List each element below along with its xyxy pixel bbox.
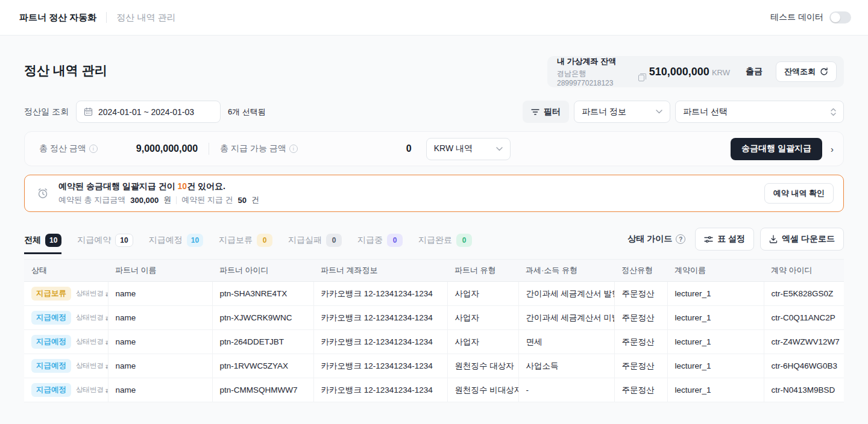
table-row[interactable]: 지급예정 상태변경⇄ name ptn-1RVWC5ZYAX 카카오뱅크 12-… <box>24 354 844 378</box>
tab-payment-held[interactable]: 지급보류 0 <box>219 234 272 254</box>
divider <box>106 12 107 23</box>
alert-title: 예약된 송금대행 일괄지급 건이 10건 있어요. <box>58 181 764 192</box>
breadcrumb[interactable]: 정산 내역 관리 <box>116 12 175 23</box>
column-header-partner-type: 파트너 유형 <box>447 260 518 282</box>
alarm-clock-icon <box>37 187 49 199</box>
download-icon <box>769 235 778 243</box>
alert-count: 10 <box>178 181 187 191</box>
selected-count: 6개 선택됨 <box>228 107 266 117</box>
test-data-toggle[interactable] <box>829 11 851 23</box>
alert-title-suffix: 건 있어요. <box>187 181 225 191</box>
filter-button-label: 필터 <box>544 107 561 117</box>
partner-name-cell: name <box>108 330 212 354</box>
currency-history-select-value: KRW 내역 <box>434 143 473 154</box>
partner-info-select[interactable]: 파트너 정보 <box>574 101 670 123</box>
swap-icon: ⇄ <box>105 338 108 346</box>
info-icon[interactable]: i <box>89 145 98 153</box>
status-tabs: 전체 10 지급예약 10 지급예정 10 지급보류 0 지급실패 0 지급중 … <box>24 234 472 254</box>
scheduled-amount-value: 300,000 <box>130 196 159 205</box>
tab-count-badge: 10 <box>115 234 133 247</box>
partner-id-cell: ptn-SHA3NRE4TX <box>212 282 313 306</box>
table-row[interactable]: 지급예정 상태변경⇄ name ptn-CMMSQHMWW7 카카오뱅크 12-… <box>24 378 844 402</box>
alert-subtext: 예약된 총 지급금액 300,000 원 예약된 지급 건 50 건 <box>58 195 764 205</box>
status-change-button[interactable]: 상태변경⇄ <box>76 289 108 298</box>
settle-type-cell: 주문정산 <box>614 282 667 306</box>
tab-label: 지급실패 <box>288 235 322 246</box>
reservation-alert-banner: 예약된 송금대행 일괄지급 건이 10건 있어요. 예약된 총 지급금액 300… <box>24 175 844 212</box>
partner-info-select-value: 파트너 정보 <box>582 107 626 117</box>
column-header-partner-name: 파트너 이름 <box>108 260 212 282</box>
virtual-account-balance-card: 내 가상계좌 잔액 경남은행 28999770218123 510,000,00… <box>547 56 844 87</box>
copy-icon[interactable] <box>638 75 644 81</box>
status-change-button[interactable]: 상태변경⇄ <box>76 361 108 370</box>
divider <box>176 196 177 204</box>
withdraw-button[interactable]: 출금 <box>746 66 763 77</box>
column-header-contract-name: 계약이름 <box>667 260 764 282</box>
chevron-right-icon[interactable]: › <box>831 144 834 154</box>
tab-all[interactable]: 전체 10 <box>24 234 61 254</box>
date-range-input[interactable]: 2024-01-01 ~ 2024-01-03 <box>76 101 221 123</box>
chevron-down-icon <box>656 110 662 114</box>
status-badge: 지급보류 <box>31 287 71 301</box>
status-change-button[interactable]: 상태변경⇄ <box>76 313 108 322</box>
tab-count-badge: 10 <box>45 234 61 247</box>
balance-amount-value: 510,000,000 <box>649 66 709 78</box>
total-payable-value: 0 <box>406 143 412 154</box>
table-row[interactable]: 지급예정 상태변경⇄ name ptn-XJWCRK9WNC 카카오뱅크 12-… <box>24 306 844 330</box>
table-settings-label: 표 설정 <box>717 234 745 245</box>
balance-currency: KRW <box>712 68 730 77</box>
status-change-button[interactable]: 상태변경⇄ <box>76 385 108 394</box>
column-header-account: 파트너 계좌정보 <box>313 260 447 282</box>
column-header-settle-type: 정산유형 <box>614 260 667 282</box>
filter-button[interactable]: 필터 <box>523 101 569 123</box>
status-change-button[interactable]: 상태변경⇄ <box>76 337 108 346</box>
contract-name-cell: lecturer_1 <box>667 330 764 354</box>
info-icon[interactable]: i <box>289 145 298 153</box>
total-settlement-label: 총 정산 금액 i <box>39 143 98 154</box>
scheduled-count-unit: 건 <box>251 195 259 205</box>
tax-type-cell: 사업소득 <box>518 354 614 378</box>
summary-bar: 총 정산 금액 i 9,000,000,000 총 지급 가능 금액 i 0 K… <box>24 131 844 166</box>
check-balance-button[interactable]: 잔액조회 <box>776 61 837 82</box>
tab-payment-in-progress[interactable]: 지급중 0 <box>357 234 403 254</box>
partner-select[interactable]: 파트너 선택 <box>675 101 844 123</box>
bulk-pay-button[interactable]: 송금대행 일괄지급 <box>731 138 822 160</box>
balance-amount: 510,000,000KRW <box>649 66 730 78</box>
table-settings-button[interactable]: 표 설정 <box>695 228 754 251</box>
scheduled-amount-unit: 원 <box>163 195 171 205</box>
tab-payment-failed[interactable]: 지급실패 0 <box>288 234 342 254</box>
tab-label: 지급예약 <box>77 235 111 246</box>
tax-type-cell: - <box>518 378 614 402</box>
partner-type-cell: 사업자 <box>447 282 518 306</box>
status-change-label: 상태변경 <box>76 385 104 394</box>
settle-type-cell: 주문정산 <box>614 306 667 330</box>
reservation-detail-button[interactable]: 예약 내역 확인 <box>764 183 834 204</box>
settlement-table: 상태 파트너 이름 파트너 아이디 파트너 계좌정보 파트너 유형 과세·소득 … <box>24 259 844 402</box>
tab-payment-complete[interactable]: 지급완료 0 <box>418 234 472 254</box>
partner-name-cell: name <box>108 378 212 402</box>
tab-payment-reserved[interactable]: 지급예약 10 <box>77 234 133 254</box>
bank-account-number: 경남은행 28999770218123 <box>557 69 635 87</box>
excel-download-button[interactable]: 엑셀 다운로드 <box>760 228 844 251</box>
column-header-status: 상태 <box>24 260 108 282</box>
table-row[interactable]: 지급보류 상태변경⇄ name ptn-SHA3NRE4TX 카카오뱅크 12-… <box>24 282 844 306</box>
alert-title-prefix: 예약된 송금대행 일괄지급 건이 <box>58 181 178 191</box>
contract-id-cell: ctr-C0Q11ANC2P <box>764 306 844 330</box>
scheduled-count-value: 50 <box>237 196 246 205</box>
account-cell: 카카오뱅크 12-12341234-1234 <box>313 306 447 330</box>
tax-type-cell: 면세 <box>518 330 614 354</box>
tab-count-badge: 0 <box>387 234 403 247</box>
status-badge: 지급예정 <box>31 311 71 325</box>
app-title: 파트너 정산 자동화 <box>19 12 96 23</box>
status-guide[interactable]: 상태 가이드 ? <box>627 234 685 245</box>
partner-select-placeholder: 파트너 선택 <box>683 107 728 117</box>
settlement-date-label: 정산일 조회 <box>24 107 69 117</box>
tab-payment-scheduled[interactable]: 지급예정 10 <box>149 234 203 254</box>
filter-icon <box>531 108 539 116</box>
total-settlement-value: 9,000,000,000 <box>136 143 198 154</box>
currency-history-select[interactable]: KRW 내역 <box>426 138 511 160</box>
table-row[interactable]: 지급예정 상태변경⇄ name ptn-264DDETJBT 카카오뱅크 12-… <box>24 330 844 354</box>
tab-label: 지급예정 <box>149 235 183 246</box>
contract-name-cell: lecturer_1 <box>667 306 764 330</box>
contract-id-cell: ctr-E5K828GS0Z <box>764 282 844 306</box>
